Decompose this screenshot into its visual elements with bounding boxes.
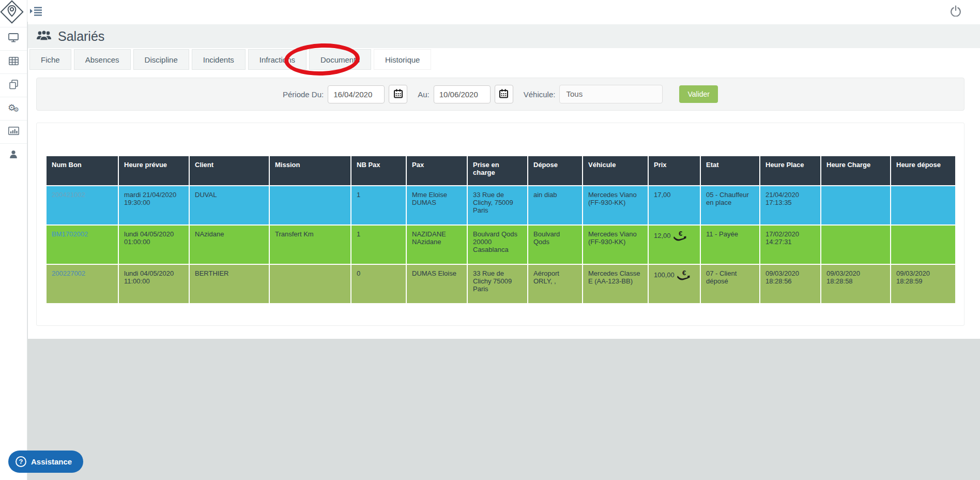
column-header-pax: Pax: [406, 156, 467, 186]
cell-heure-place: 09/03/2020 18:28:56: [760, 264, 821, 304]
tab-historique[interactable]: Historique: [374, 49, 432, 70]
column-header-num-bon: Num Bon: [46, 156, 118, 186]
period-from-input[interactable]: [328, 85, 385, 103]
tab-fiche[interactable]: Fiche: [29, 49, 71, 70]
cell-client: BERTHIER: [189, 264, 269, 304]
sidebar: ⚙⚙: [0, 0, 27, 480]
cell-pax: DUMAS Eloise: [406, 264, 467, 304]
column-header-vehicule: Véhicule: [583, 156, 648, 186]
cell-pax: NAZIDANE NAzidane: [406, 225, 467, 264]
cell-etat: 05 - Chauffeur en place: [700, 186, 760, 225]
cell-heure-charge: [821, 186, 891, 225]
svg-text:€: €: [679, 230, 682, 237]
cell-vehicule: Mercedes Viano (FF-930-KK): [583, 186, 648, 225]
cell-client: NAzidane: [189, 225, 269, 264]
cell-mission: [269, 264, 351, 304]
vehicle-label: Véhicule:: [524, 90, 556, 99]
cell-num-bon: BM1702002: [46, 225, 118, 264]
cell-heure-charge: 09/03/2020 18:28:58: [821, 264, 891, 304]
cell-etat: 11 - Payée: [700, 225, 760, 264]
filter-panel: Période Du: Au:: [36, 78, 964, 111]
cell-prise-en-charge: 33 Rue de Clichy 75009 Paris: [467, 264, 528, 304]
vehicle-select[interactable]: Tous: [559, 85, 663, 103]
table-row: 200421002 mardi 21/04/2020 19:30:00 DUVA…: [46, 186, 956, 225]
cell-prix: 12,00€: [648, 225, 700, 264]
cell-depose: Aéroport ORLY, ,: [528, 264, 583, 304]
gears-icon: ⚙⚙: [8, 103, 19, 114]
table-row: BM1702002 lundi 04/05/2020 01:00:00 NAzi…: [46, 225, 956, 264]
tab-bar: Fiche Absences Discipline Incidents Infr…: [29, 49, 431, 70]
cell-etat: 07 - Client déposé: [700, 264, 760, 304]
num-bon-link[interactable]: BM1702002: [52, 230, 88, 238]
calendar-icon: [394, 89, 403, 100]
tab-absences[interactable]: Absences: [74, 49, 131, 70]
bar-chart-icon: [8, 127, 19, 137]
cell-mission: Transfert Km: [269, 225, 351, 264]
sidebar-item-documents[interactable]: [0, 73, 27, 97]
svg-text:€: €: [682, 269, 686, 277]
cell-depose: ain diab: [528, 186, 583, 225]
cell-nb-pax: 1: [351, 225, 406, 264]
monitor-icon: [8, 33, 19, 44]
column-header-client: Client: [189, 156, 269, 186]
column-header-heure-prevue: Heure prévue: [118, 156, 189, 186]
hand-holding-euro-icon: €: [673, 235, 686, 243]
column-header-nb-pax: NB Pax: [351, 156, 406, 186]
column-header-prise-en-charge: Prise en charge: [467, 156, 528, 186]
tab-discipline[interactable]: Discipline: [133, 49, 189, 70]
brand-logo-pin-icon[interactable]: [0, 0, 24, 24]
sidebar-toggle-icon[interactable]: [30, 6, 42, 16]
column-header-heure-charge: Heure Charge: [821, 156, 891, 186]
page-header: Salariés: [28, 24, 980, 48]
sidebar-item-settings[interactable]: ⚙⚙: [0, 97, 27, 120]
sidebar-item-reports[interactable]: [0, 120, 27, 143]
cell-prix: 17,00: [648, 186, 700, 225]
cell-heure-prevue: lundi 04/05/2020 01:00:00: [118, 225, 189, 264]
calendar-icon: [499, 89, 508, 100]
cell-pax: Mme Eloise DUMAS: [406, 186, 467, 225]
tab-incidents[interactable]: Incidents: [192, 49, 246, 70]
cell-num-bon: 200227002: [46, 264, 118, 304]
cell-nb-pax: 1: [351, 186, 406, 225]
cell-heure-prevue: mardi 21/04/2020 19:30:00: [118, 186, 189, 225]
tab-documents[interactable]: Documents: [309, 49, 371, 70]
users-icon: [36, 29, 52, 43]
cell-heure-depose: 09/03/2020 18:28:59: [891, 264, 956, 304]
cell-vehicule: Mercedes Classe E (AA-123-BB): [583, 264, 648, 304]
table-row: 200227002 lundi 04/05/2020 11:00:00 BERT…: [46, 264, 956, 304]
cell-nb-pax: 0: [351, 264, 406, 304]
column-header-heure-depose: Heure dépose: [891, 156, 956, 186]
period-to-label: Au:: [418, 90, 430, 99]
cell-heure-prevue: lundi 04/05/2020 11:00:00: [118, 264, 189, 304]
assistance-label: Assistance: [31, 457, 72, 466]
power-icon[interactable]: [950, 5, 961, 17]
cell-heure-place: 17/02/2020 14:27:31: [760, 225, 821, 264]
cell-prix: 100,00€: [648, 264, 700, 304]
valider-button[interactable]: Valider: [679, 85, 718, 103]
sidebar-item-monitor[interactable]: [0, 27, 27, 50]
cell-vehicule: Mercedes Viano (FF-930-KK): [583, 225, 648, 264]
period-to-input[interactable]: [434, 85, 491, 103]
num-bon-link[interactable]: 200227002: [52, 269, 85, 277]
tab-infractions[interactable]: Infractions: [248, 49, 307, 70]
column-header-depose: Dépose: [528, 156, 583, 186]
cell-num-bon: 200421002: [46, 186, 118, 225]
column-header-etat: Etat: [700, 156, 760, 186]
copy-pages-icon: [9, 80, 19, 92]
assistance-button[interactable]: ? Assistance: [8, 451, 83, 473]
sidebar-item-table[interactable]: [0, 50, 27, 73]
sidebar-item-profile[interactable]: [0, 143, 27, 167]
period-from-label: Période Du:: [283, 90, 324, 99]
user-icon: [9, 150, 18, 161]
column-header-mission: Mission: [269, 156, 351, 186]
table-grid-icon: [9, 57, 19, 67]
column-header-heure-place: Heure Place: [760, 156, 821, 186]
question-mark-icon: ?: [16, 456, 26, 467]
calendar-to-button[interactable]: [495, 85, 513, 103]
history-table: Num Bon Heure prévue Client Mission NB P…: [45, 155, 956, 304]
num-bon-link[interactable]: 200421002: [52, 191, 85, 199]
table-header-row: Num Bon Heure prévue Client Mission NB P…: [46, 156, 956, 186]
calendar-from-button[interactable]: [389, 85, 407, 103]
main-content: Salariés Fiche Absences Discipline Incid…: [28, 22, 980, 339]
cell-heure-place: 21/04/2020 17:13:35: [760, 186, 821, 225]
